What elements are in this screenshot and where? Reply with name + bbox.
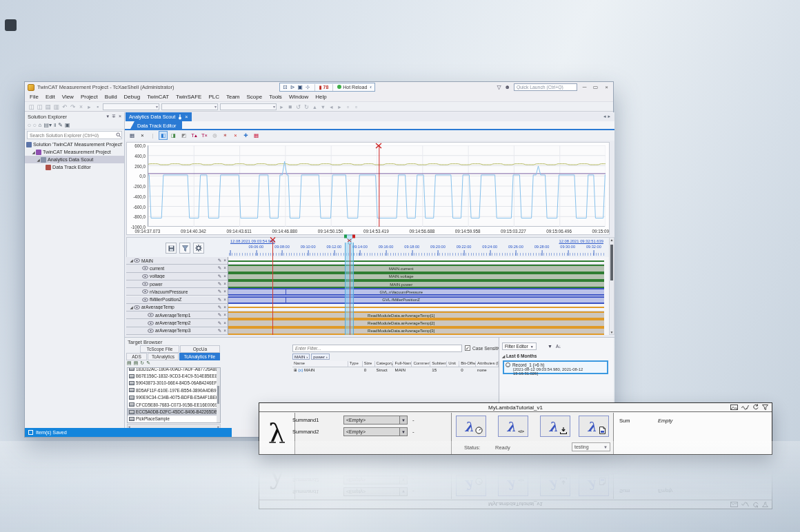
track-tool-icon-12[interactable]: ▦ [252, 131, 261, 140]
quick-launch-input[interactable] [514, 83, 577, 91]
column-name[interactable]: Name [292, 361, 348, 367]
se-tool-icon-2[interactable]: ⌂ [39, 122, 42, 128]
scrollbar-thumb[interactable] [610, 245, 613, 280]
frame-icon[interactable]: ▣ [297, 84, 303, 90]
tab-analytics-data-scout[interactable]: Analytics Data Scout × [126, 112, 192, 121]
track-label-araveragetemp1[interactable]: arAverageTemp1✎× [126, 311, 228, 319]
filter-input[interactable] [292, 345, 462, 352]
chart-cursor-marker[interactable] [375, 143, 382, 149]
remove-track-icon[interactable]: × [223, 328, 226, 334]
menu-view[interactable]: View [59, 94, 77, 100]
minimize-button[interactable]: ─ [581, 84, 588, 91]
remove-track-icon[interactable]: × [223, 281, 226, 287]
file-item[interactable]: B67E156C-1832-9CD3-E4C9-514E85EE8A94 [128, 372, 220, 379]
column-size[interactable]: Size [363, 361, 375, 367]
track-tool-icon-8[interactable]: ◎ [210, 131, 219, 140]
track-tool-icon-10[interactable]: × [231, 131, 240, 140]
column-unit[interactable]: Unit [447, 361, 459, 367]
menu-window[interactable]: Window [286, 94, 312, 100]
visibility-eye-icon[interactable] [148, 329, 155, 333]
column-full-name[interactable]: Full-Name [393, 361, 412, 367]
file-tool-icon-1[interactable]: ▤ [134, 360, 139, 366]
track-bar-current[interactable]: MAIN.current [228, 265, 604, 272]
tree-expander-icon[interactable]: ◢ [31, 150, 36, 154]
file-item[interactable]: 59043873-3010-66E4-84D5-06AB4246EF3A [128, 380, 220, 387]
scroll-down-icon[interactable]: ▼ [610, 330, 614, 334]
track-expander-icon[interactable]: ◢ [129, 258, 134, 263]
menu-twincat[interactable]: TwinCAT [143, 94, 172, 100]
track-label-araveragetemp3[interactable]: arAverageTemp3✎× [126, 327, 228, 335]
edit-track-icon[interactable]: ✎ [218, 297, 221, 303]
visibility-eye-icon[interactable] [134, 258, 141, 263]
track-tool-icon-7[interactable]: T× [200, 131, 209, 140]
track-label-fmillerpositionz[interactable]: fMillerPositionZ✎× [126, 296, 228, 304]
visibility-eye-icon[interactable] [142, 298, 150, 302]
track-bar-araveragetemp3[interactable]: ReadModuleData.arAverageTemp[3] [228, 327, 604, 335]
scroll-up-icon[interactable]: ▲ [610, 238, 614, 242]
visibility-eye-icon[interactable] [142, 289, 150, 294]
tab-tcanalytics-file[interactable]: TcAnalytics File [179, 353, 220, 360]
filter-editor-button[interactable]: Filter Editor▼ [502, 342, 537, 350]
remove-track-icon[interactable]: × [223, 274, 226, 279]
tab-close-icon[interactable]: × [185, 114, 188, 120]
remove-track-icon[interactable]: × [223, 289, 226, 294]
menu-edit[interactable]: Edit [42, 94, 59, 100]
edit-track-icon[interactable]: ✎ [218, 328, 221, 334]
toolbar-icon-b7[interactable]: ▸ [337, 103, 343, 110]
save-tracks-button[interactable] [166, 243, 177, 254]
hot-reload-button[interactable]: Hot Reload [337, 85, 367, 90]
tree-item-twincat-measurement-project[interactable]: ◢TwinCAT Measurement Project [25, 148, 124, 156]
pointer-icon[interactable]: ⊳ [290, 84, 295, 90]
record-item[interactable]: ⌄Record_1 (>6 h) [2021-08-12 09:03:54.98… [503, 360, 608, 374]
tab-opcua[interactable]: OpcUa [180, 345, 220, 353]
tab-nav-arrows[interactable]: ◂▸ [603, 114, 612, 119]
remove-track-icon[interactable]: × [223, 258, 226, 263]
case-sensitive-checkbox[interactable]: ✓ [465, 345, 470, 351]
filter-icon[interactable]: ▽ [497, 84, 501, 90]
file-item[interactable]: 990E9C34-C34B-4075-BDFB-E5A4F1BE6AD9 [128, 394, 220, 401]
track-bar-main[interactable] [228, 257, 604, 265]
track-settings-button[interactable] [193, 243, 204, 254]
track-tool-icon-9[interactable]: ✶ [221, 131, 230, 140]
menu-help[interactable]: Help [312, 94, 330, 100]
edit-track-icon[interactable]: ✎ [218, 320, 221, 326]
toolbar-combo-0[interactable]: ▾ [103, 103, 159, 110]
pin-icon[interactable]: ∓ [112, 114, 116, 119]
toolbar-icon-5[interactable]: ↷ [70, 103, 76, 110]
toolbar-icon-b3[interactable]: ↻ [303, 103, 310, 110]
track-bar-araveragetemp[interactable] [228, 304, 604, 311]
column-bit-offset[interactable]: Bit-Offset [459, 361, 476, 367]
visibility-eye-icon[interactable] [142, 274, 150, 278]
file-item[interactable]: TcMeasurement [128, 422, 220, 423]
menu-team[interactable]: Team [223, 94, 243, 100]
track-label-nvacuumpressure[interactable]: nVacuumPressure✎× [126, 288, 228, 296]
file-item[interactable]: CFCD5E80-7683-C073-915B-EE16E006941B [128, 401, 220, 408]
file-list-scrollbar[interactable] [217, 368, 220, 422]
expand-record-icon[interactable]: ⌄ [506, 362, 510, 367]
remove-track-icon[interactable]: × [223, 320, 226, 326]
tab-tcscope-file[interactable]: TcScope File [140, 345, 179, 353]
track-tool-icon-2[interactable]: | [148, 131, 157, 140]
track-tool-icon-4[interactable]: ◨ [169, 131, 178, 140]
column-type[interactable]: Type [348, 361, 363, 367]
toolbar-icon-7[interactable]: ▸ [86, 103, 92, 110]
se-tool-icon-1[interactable]: ◌ [33, 122, 37, 128]
track-bar-fmillerpositionz[interactable]: GVL.fMillerPositionZ [228, 296, 604, 304]
target-monitor-icon[interactable]: ⊡ [283, 84, 288, 90]
signal-wave-icon[interactable] [741, 405, 749, 410]
lambda-export-file-button[interactable]: λ [579, 416, 609, 437]
toolbar-icon-2[interactable]: ▤ [45, 103, 51, 110]
toolbar-icon-8[interactable]: ▪ [94, 103, 101, 110]
se-tool-icon-4[interactable]: ‖ [54, 122, 56, 128]
toolbar-icon-b6[interactable]: ◂ [328, 103, 334, 110]
lambda-code-button[interactable]: λ </> [498, 416, 528, 437]
lambda-mode-dropdown[interactable]: testing▼ [572, 442, 610, 451]
funnel-icon[interactable] [762, 405, 768, 410]
remove-track-icon[interactable]: × [223, 305, 226, 310]
toolbar-combo-1[interactable]: ▾ [161, 103, 218, 110]
edit-track-icon[interactable]: ✎ [218, 305, 221, 310]
reload-icon[interactable] [752, 404, 759, 410]
file-item[interactable]: ECC5A0D8-D2FC-45DC-8406-B42265DB2BE3 [128, 408, 220, 415]
remove-track-icon[interactable]: × [223, 297, 226, 303]
toolbar-icon-4[interactable]: ↶ [61, 103, 68, 110]
